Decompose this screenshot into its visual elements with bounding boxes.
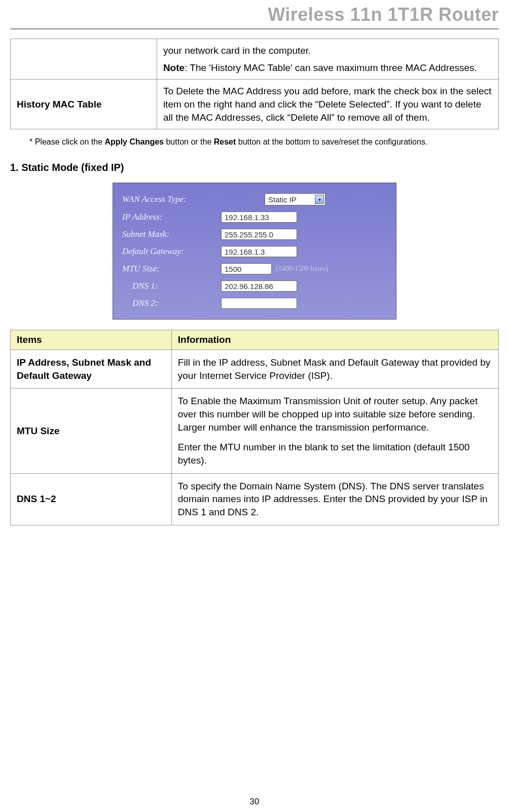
- mtu-hint: (1400-1500 bytes): [276, 265, 328, 273]
- item-label-dns: DNS 1~2: [11, 473, 172, 525]
- row1-note: Note: The 'History MAC Table' can save m…: [163, 61, 492, 75]
- page-header: Wireless 11n 1T1R Router: [10, 0, 499, 29]
- dns2-input[interactable]: [221, 298, 297, 309]
- item-label-mtu: MTU Size: [11, 389, 172, 473]
- sc-row-mtu: MTU Size: (1400-1500 bytes): [122, 260, 387, 277]
- gateway-label: Default Gateway:: [122, 246, 221, 257]
- mtu-p1: To Enable the Maximum Transmission Unit …: [178, 395, 492, 434]
- items-header-row: Items Information: [11, 330, 499, 350]
- table-row: DNS 1~2 To specify the Domain Name Syste…: [11, 473, 499, 525]
- footnote-prefix: * Please click on the: [29, 137, 105, 146]
- subnet-input[interactable]: [221, 229, 297, 240]
- section-heading: 1. Static Mode (fixed IP): [10, 162, 499, 173]
- sc-row-gateway: Default Gateway:: [122, 243, 387, 260]
- note-text: : The 'History MAC Table' can save maxim…: [185, 62, 477, 73]
- top-row2-label: History MAC Table: [11, 80, 157, 129]
- ip-input[interactable]: [221, 211, 297, 223]
- table-row: your network card in the computer. Note:…: [11, 39, 499, 80]
- sc-row-ip: IP Address:: [122, 208, 387, 226]
- items-table: Items Information IP Address, Subnet Mas…: [10, 330, 499, 525]
- ip-label: IP Address:: [122, 212, 221, 222]
- footnote-mid: button or the: [164, 137, 214, 146]
- item-label-ip: IP Address, Subnet Mask and Default Gate…: [11, 350, 172, 389]
- row1-line1: your network card in the computer.: [163, 44, 492, 57]
- top-row1-desc: your network card in the computer. Note:…: [157, 39, 498, 80]
- gateway-input[interactable]: [221, 246, 297, 257]
- footnote: * Please click on the Apply Changes butt…: [10, 135, 499, 147]
- chevron-down-icon: ▾: [315, 195, 324, 204]
- footnote-apply: Apply Changes: [105, 137, 164, 146]
- item-info-mtu: To Enable the Maximum Transmission Unit …: [171, 389, 498, 473]
- footnote-suffix: button at the bottom to save/reset the c…: [236, 137, 427, 146]
- table-row: MTU Size To Enable the Maximum Transmiss…: [11, 389, 499, 473]
- dns1-label: DNS 1:: [122, 281, 221, 291]
- sc-row-subnet: Subnet Mask:: [122, 226, 387, 243]
- wan-label: WAN Access Type:: [122, 194, 221, 204]
- dns2-label: DNS 2:: [122, 298, 221, 308]
- sc-row-wan: WAN Access Type: Static IP ▾: [122, 190, 387, 208]
- mtu-label: MTU Size:: [122, 264, 221, 274]
- top-info-table: your network card in the computer. Note:…: [10, 39, 499, 129]
- top-row2-desc: To Delete the MAC Address you add before…: [157, 80, 498, 129]
- wan-select[interactable]: Static IP ▾: [265, 193, 325, 205]
- top-row1-label: [11, 39, 157, 80]
- item-info-ip: Fill in the IP address, Subnet Mask and …: [171, 350, 498, 389]
- dns1-input[interactable]: [221, 280, 297, 292]
- subnet-label: Subnet Mask:: [122, 229, 221, 239]
- wan-value: Static IP: [268, 195, 297, 204]
- footnote-reset: Reset: [214, 137, 236, 146]
- item-info-dns: To specify the Domain Name System (DNS).…: [171, 473, 498, 525]
- header-items: Items: [11, 330, 172, 350]
- table-row: History MAC Table To Delete the MAC Addr…: [11, 80, 499, 129]
- note-prefix: Note: [163, 62, 185, 73]
- sc-row-dns1: DNS 1:: [122, 277, 387, 295]
- config-screenshot: WAN Access Type: Static IP ▾ IP Address:…: [113, 183, 396, 320]
- sc-row-dns2: DNS 2:: [122, 295, 387, 312]
- mtu-input[interactable]: [221, 263, 272, 274]
- table-row: IP Address, Subnet Mask and Default Gate…: [11, 350, 499, 389]
- mtu-p2: Enter the MTU number in the blank to set…: [178, 441, 492, 467]
- header-title: Wireless 11n 1T1R Router: [268, 4, 499, 25]
- screenshot-wrap: WAN Access Type: Static IP ▾ IP Address:…: [10, 183, 499, 320]
- header-info: Information: [171, 330, 498, 350]
